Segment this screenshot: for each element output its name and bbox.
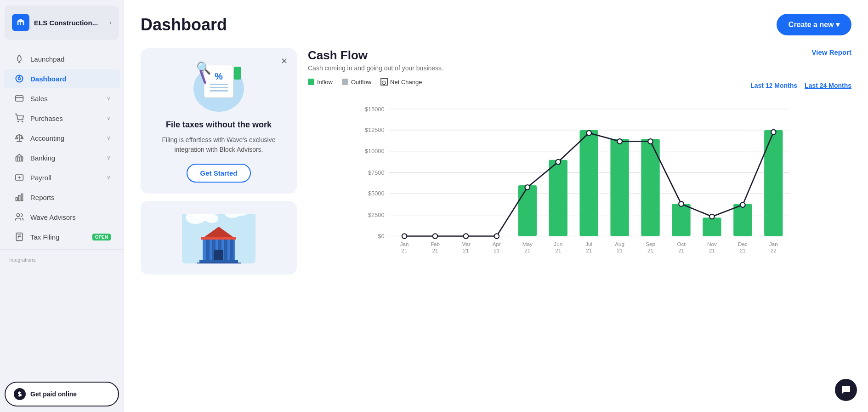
promo-card-close-button[interactable]: ✕: [278, 55, 290, 68]
svg-text:Nov: Nov: [707, 241, 717, 247]
sidebar-item-banking[interactable]: Banking ∨: [4, 148, 120, 167]
svg-rect-35: [201, 237, 236, 240]
net-dot-2: [464, 234, 469, 239]
net-dot-3: [494, 234, 499, 239]
period-12-button[interactable]: Last 12 Months: [750, 82, 797, 89]
svg-text:21: 21: [494, 247, 499, 253]
sidebar-item-payroll-label: Payroll: [30, 174, 107, 182]
sidebar-item-purchases[interactable]: Purchases ∨: [4, 109, 120, 128]
cashflow-svg: $0 $2500 $5000 $7500 $10000 $12500 $1500…: [308, 99, 851, 256]
payroll-icon: [13, 173, 26, 182]
payroll-chevron-icon: ∨: [107, 174, 111, 181]
net-dot-10: [709, 214, 715, 219]
bank-illustration: [182, 214, 255, 263]
company-arrow: ›: [109, 19, 112, 26]
bar-jun21: [549, 160, 567, 236]
svg-text:Aug: Aug: [615, 241, 624, 247]
svg-text:$10000: $10000: [365, 148, 385, 154]
get-paid-button[interactable]: Get paid online: [5, 382, 119, 406]
svg-rect-19: [16, 197, 17, 201]
svg-text:Dec: Dec: [738, 241, 748, 247]
period-24-button[interactable]: Last 24 Months: [805, 82, 851, 89]
net-dot-1: [433, 234, 438, 239]
svg-rect-0: [18, 22, 20, 25]
svg-text:21: 21: [463, 247, 469, 253]
users-icon: [13, 212, 26, 222]
net-change-icon: ⊙: [380, 78, 388, 86]
get-started-button[interactable]: Get Started: [187, 164, 251, 183]
sidebar-item-accounting[interactable]: Accounting ∨: [4, 128, 120, 148]
sidebar-item-tax-filing[interactable]: Tax Filing OPEN: [4, 227, 120, 246]
bar-dec21: [733, 204, 752, 236]
sidebar-item-sales[interactable]: Sales ∨: [4, 89, 120, 108]
tax-illustration: % 🔍: [189, 61, 249, 112]
tax-icon: [13, 232, 26, 241]
create-new-button[interactable]: Create a new ▾: [777, 14, 851, 35]
create-new-label: Create a new ▾: [789, 20, 840, 29]
rocket-icon: [13, 54, 26, 63]
company-logo: [12, 14, 29, 31]
svg-text:$12500: $12500: [365, 126, 385, 133]
svg-rect-20: [18, 195, 20, 201]
net-dot-12: [771, 130, 776, 135]
svg-text:$2500: $2500: [368, 212, 384, 218]
sidebar-item-dashboard[interactable]: Dashboard: [4, 69, 120, 88]
svg-rect-1: [21, 22, 23, 25]
svg-text:Oct: Oct: [677, 241, 686, 247]
sales-chevron-icon: ∨: [107, 95, 111, 102]
cashflow-title: Cash Flow: [308, 48, 368, 63]
svg-point-9: [18, 121, 19, 122]
svg-rect-21: [21, 194, 23, 201]
svg-text:Jul: Jul: [585, 241, 592, 247]
inflow-label: Inflow: [317, 79, 333, 86]
sidebar-item-sales-label: Sales: [30, 95, 107, 103]
sidebar-item-payroll[interactable]: Payroll ∨: [4, 168, 120, 187]
company-selector[interactable]: ELS Construction... ›: [5, 6, 119, 40]
outflow-label: Outflow: [351, 79, 371, 86]
bar-nov21: [703, 217, 721, 236]
svg-text:Jan: Jan: [769, 241, 778, 247]
sidebar-item-launchpad[interactable]: Launchpad: [4, 49, 120, 69]
main-content: Dashboard Create a new ▾ ✕ %: [124, 0, 868, 412]
chat-bubble[interactable]: [835, 379, 857, 401]
dollar-icon: [14, 388, 26, 400]
get-paid-label: Get paid online: [30, 390, 77, 398]
svg-rect-42: [214, 250, 223, 260]
tax-filing-badge: OPEN: [92, 234, 111, 240]
svg-rect-37: [206, 240, 210, 260]
svg-rect-7: [16, 96, 23, 101]
svg-text:21: 21: [617, 247, 623, 253]
svg-rect-44: [197, 263, 241, 263]
view-report-link[interactable]: View Report: [812, 48, 851, 56]
legend-outflow: Outflow: [342, 79, 371, 86]
svg-point-22: [17, 214, 20, 217]
net-dot-5: [556, 160, 561, 165]
promo-card-title: File taxes without the work: [152, 120, 286, 130]
net-dot-0: [402, 234, 407, 239]
tax-promo-card: ✕ % 🔍 File taxes without the work: [141, 48, 297, 194]
dashboard-grid: ✕ % 🔍 File taxes without the work: [141, 48, 851, 275]
svg-text:May: May: [522, 241, 533, 247]
chat-icon: [840, 384, 851, 395]
svg-text:Apr: Apr: [493, 241, 501, 247]
sidebar: ELS Construction... › Launchpad Dashboar…: [0, 0, 124, 412]
svg-text:Jan: Jan: [400, 241, 409, 247]
svg-rect-41: [230, 240, 233, 260]
sidebar-item-reports[interactable]: Reports: [4, 188, 120, 207]
bar-oct21: [672, 204, 690, 236]
svg-text:Mar: Mar: [461, 241, 471, 247]
bar-aug21: [610, 139, 629, 236]
net-change-label: Net Change: [390, 79, 422, 86]
net-dot-7: [617, 139, 622, 144]
svg-rect-43: [199, 260, 238, 263]
get-started-label: Get Started: [200, 169, 238, 177]
net-dot-6: [586, 131, 591, 136]
svg-text:21: 21: [740, 247, 746, 253]
sidebar-item-tax-filing-label: Tax Filing: [30, 233, 89, 241]
integrations-label: Integrations: [0, 252, 124, 264]
svg-text:21: 21: [432, 247, 438, 253]
sidebar-item-wave-advisors[interactable]: Wave Advisors: [4, 207, 120, 227]
cashflow-chart: $0 $2500 $5000 $7500 $10000 $12500 $1500…: [308, 99, 851, 256]
cart-icon: [13, 114, 26, 123]
promo-cards: ✕ % 🔍 File taxes without the work: [141, 48, 297, 275]
